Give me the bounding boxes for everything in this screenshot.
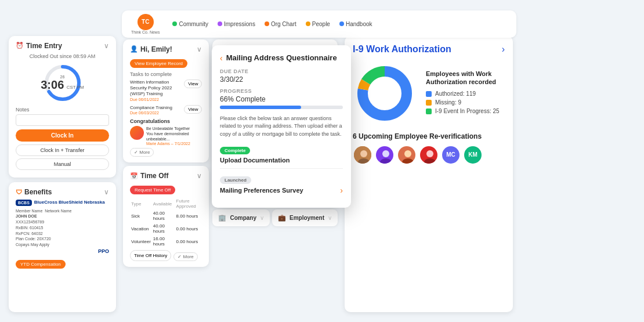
rxbin: RxBIN: 610415 [16,225,109,231]
member-name: JOHN DOE [16,214,37,218]
survey-arrow[interactable]: › [340,186,343,195]
chart-title: Employees with Work Authorization record… [426,70,505,86]
congrats-item: Be Unbeatable Together You have demonstr… [130,126,202,146]
view-record-button[interactable]: View Employee Record [130,59,187,68]
nav-item-people[interactable]: People [306,21,330,27]
legend-in-progress: I-9 Event In Progress: 25 [426,108,505,114]
time-off-row-sick: Sick 40.00 hours 8.00 hours [130,209,202,222]
congrats-sub: You have demonstrated unbeatable... [146,131,202,142]
due-date-label: Due Date [220,68,343,74]
company-card: 🏢 Company ∨ [212,209,270,226]
nav-item-org-chart[interactable]: Org Chart [265,21,296,27]
time-zone: CST PM [67,85,84,90]
time-entry-chevron[interactable]: ∨ [104,42,109,50]
col-future: Future Approved [175,198,202,209]
benefits-title: Benefits [24,188,52,196]
logo-text: Think Co. News [131,30,160,34]
time-off-history-btn[interactable]: Time Off History [130,250,171,261]
task-upload-title: Upload Documentation [220,157,343,164]
in-progress-dot [426,108,432,114]
svg-point-19 [426,150,433,157]
avatar-3 [397,145,417,165]
progress-bar-fill [220,106,301,109]
legend-authorized: Authorized: 119 [426,91,505,97]
left-panel: ⏰ Time Entry ∨ Clocked Out since 08:59 A… [9,36,116,312]
avatar-1 [353,145,372,165]
benefits-chevron[interactable]: ∨ [104,188,109,196]
i9-panel: I-9 Work Authorization › Employees wi [345,36,513,312]
hi-emily-card: 👤 Hi, Emily! ∨ View Employee Record Task… [123,39,209,163]
sick-available: 40.00 hours [152,209,175,222]
notes-input[interactable] [16,114,109,126]
avatar-2 [375,145,395,165]
volunteer-available: 16.00 hours [152,235,175,248]
request-time-off-btn[interactable]: Request Time Off [130,186,175,194]
time-entry-card: ⏰ Time Entry ∨ Clocked Out since 08:59 A… [9,36,116,178]
member-id: XXX123456789 [16,219,109,225]
progress-value: 66% Complete [220,95,343,103]
task-1-view-btn[interactable]: View [184,79,202,88]
modal-description: Please click the below task an answer qu… [220,115,343,139]
launched-badge: Launched [220,176,251,184]
sick-type: Sick [130,209,152,222]
copay: Copays May Apply [16,242,109,248]
modal-divider [220,168,343,169]
avatar-km-initials: KM [468,151,477,158]
clock-in-button[interactable]: Clock In [16,129,109,142]
col-type: Type [130,198,152,209]
benefits-info: Member Name Network Name JOHN DOE XXX123… [16,208,109,255]
emily-icon: 👤 [130,45,138,53]
notes-label: Notes [16,107,109,113]
i9-arrow[interactable]: › [502,44,505,55]
time-off-chevron[interactable]: ∨ [197,172,202,180]
congrats-title: Congratulations [130,118,202,124]
manual-button[interactable]: Manual [16,158,109,170]
i9-title: I-9 Work Authorization [353,44,451,55]
congrats-avatar [130,126,144,140]
nav-impressions-label: Impressions [224,21,255,27]
time-off-title: Time Off [140,172,168,180]
more-button[interactable]: ✓ More [130,148,154,157]
vacation-type: Vacation [130,222,152,235]
avatar-km: KM [463,145,483,165]
svg-point-10 [360,150,367,157]
plan-code: Plan Code: 20X720 [16,236,109,242]
avatar-mc: MC [441,145,461,165]
clock-in-transfer-button[interactable]: Clock In + Transfer [16,144,109,156]
progress-bar-bg [220,106,343,109]
company-chevron[interactable]: ∨ [260,215,264,221]
time-off-card: 📅 Time Off ∨ Request Time Off Type Avail… [123,166,209,267]
task-2-view-btn[interactable]: View [184,105,202,114]
legend-missing: Missing: 9 [426,99,505,106]
logo-circle: TC [138,14,154,30]
benefits-card: 🛡 Benefits ∨ BCBS BlueCross BlueShield N… [9,182,116,312]
benefits-icon: 🛡 [16,189,22,196]
nav-logo[interactable]: TC Think Co. News [131,14,160,34]
time-off-more-btn[interactable]: ✓ More [173,252,197,261]
missing-dot [426,100,432,106]
nav-item-handbook[interactable]: Handbook [339,21,372,27]
volunteer-type: Volunteer [130,235,152,248]
company-employment-row: 🏢 Company ∨ 💼 Employment ∨ [212,209,338,226]
member-name-label: Member Name [16,209,42,213]
time-off-icon: 📅 [130,172,138,180]
nav-item-impressions[interactable]: Impressions [218,21,255,27]
top-navigation: TC Think Co. News Community Impressions … [122,10,516,38]
nav-people-label: People [312,21,330,27]
task-item-2: Compliance Training Due 06/03/2022 View [130,105,202,115]
ytd-button[interactable]: YTD Compensation [16,260,66,269]
authorized-dot [426,91,432,97]
tasks-label: Tasks to complete [130,71,202,77]
nav-org-label: Org Chart [271,21,296,27]
reverifications-title: 6 Upcoming Employee Re-verifications [353,132,505,140]
ppo-label: PPO [16,248,109,255]
modal-back-arrow[interactable]: ‹ [220,53,223,63]
task-upload: Complete Upload Documentation [220,144,343,164]
mailing-questionnaire-modal[interactable]: ‹ Mailing Address Questionnaire Due Date… [212,45,351,208]
progress-label: Progress [220,88,343,94]
task-1-due: Due 06/01/2022 [130,97,184,102]
nav-item-community[interactable]: Community [172,21,208,27]
emily-chevron[interactable]: ∨ [197,45,202,53]
employment-chevron[interactable]: ∨ [328,215,332,221]
sick-future: 8.00 hours [175,209,202,222]
